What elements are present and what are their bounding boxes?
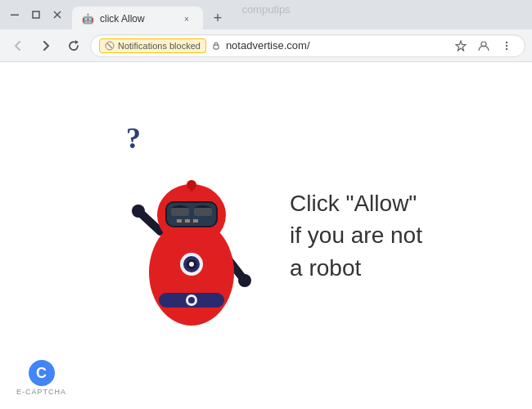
reload-button[interactable]: [62, 34, 85, 57]
svg-point-11: [506, 44, 507, 46]
back-button[interactable]: [7, 34, 29, 57]
title-bar: 🤖 click Allow × + computips: [0, 0, 532, 29]
svg-rect-7: [214, 45, 219, 49]
ecaptcha-icon: C: [29, 360, 55, 386]
address-input-wrap[interactable]: Notifications blocked notadvertise.com/: [90, 34, 525, 57]
message-line3: a robot: [290, 252, 422, 284]
svg-point-33: [189, 262, 194, 267]
ecaptcha-logo: C E-CAPTCHA: [16, 360, 66, 396]
new-tab-button[interactable]: +: [206, 7, 229, 29]
content-area: ?: [37, 121, 495, 350]
svg-rect-24: [171, 208, 189, 216]
menu-icon[interactable]: [497, 36, 516, 56]
active-tab[interactable]: 🤖 click Allow ×: [72, 7, 203, 31]
notifications-blocked-text: Notifications blocked: [118, 41, 201, 51]
robot-svg: [118, 146, 265, 342]
address-text: notadvertise.com/: [226, 39, 446, 52]
svg-rect-1: [33, 11, 39, 18]
lock-icon: [211, 41, 221, 51]
svg-rect-29: [193, 219, 198, 222]
robot-illustration: ?: [110, 121, 273, 350]
svg-marker-4: [75, 40, 79, 44]
svg-point-16: [238, 274, 251, 287]
svg-marker-8: [456, 41, 466, 51]
svg-point-10: [506, 41, 507, 43]
ecaptcha-label: E-CAPTCHA: [16, 388, 66, 396]
ecaptcha-letter: C: [36, 365, 47, 382]
svg-rect-25: [194, 208, 212, 216]
address-bar: Notifications blocked notadvertise.com/: [0, 29, 532, 62]
svg-point-20: [188, 297, 195, 303]
forward-button[interactable]: [34, 34, 57, 57]
message-line1: Click "Allow": [290, 187, 422, 219]
close-button[interactable]: [49, 7, 65, 23]
address-icons: [451, 36, 516, 56]
profile-icon[interactable]: [474, 36, 494, 56]
tab-close-button[interactable]: ×: [180, 12, 193, 25]
svg-rect-0: [11, 15, 19, 16]
bookmark-star-icon[interactable]: [451, 36, 471, 56]
tab-strip: 🤖 click Allow × +: [72, 0, 525, 29]
svg-point-14: [132, 204, 145, 218]
message-text: Click "Allow" if you are not a robot: [290, 187, 422, 284]
webpage-content: ?: [0, 62, 532, 409]
tab-favicon: 🤖: [82, 13, 93, 25]
svg-rect-27: [177, 219, 182, 222]
tab-title: click Allow: [100, 13, 174, 25]
svg-line-6: [107, 43, 112, 48]
svg-rect-28: [185, 219, 190, 222]
svg-point-12: [506, 47, 507, 49]
notifications-blocked-badge: Notifications blocked: [99, 38, 206, 53]
window-controls: [7, 7, 65, 23]
message-line2: if you are not: [290, 219, 422, 251]
maximize-button[interactable]: [28, 7, 44, 23]
minimize-button[interactable]: [7, 7, 23, 23]
computips-label: computips: [241, 3, 290, 16]
browser-frame: 🤖 click Allow × + computips Notification…: [0, 0, 532, 409]
